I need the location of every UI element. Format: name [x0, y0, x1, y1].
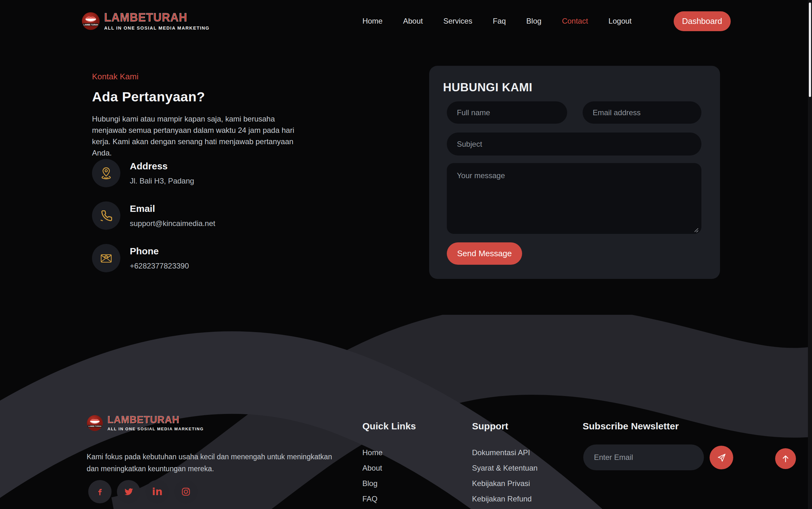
nav-item-faq[interactable]: Faq: [493, 17, 506, 26]
contact-info-phone: @ Phone +6282377823390: [92, 244, 189, 272]
dashboard-button[interactable]: Dashboard: [674, 11, 731, 31]
footer-link-kebijakan-refund[interactable]: Kebijakan Refund: [472, 495, 532, 503]
section-description: Hubungi kami atau mampir kapan saja, kam…: [92, 113, 309, 159]
footer-link-about[interactable]: About: [362, 464, 382, 473]
footer-link-faq[interactable]: FAQ: [362, 495, 377, 503]
brand-tagline: ALL IN ONE SOSIAL MEDIA MARKETING: [107, 427, 204, 431]
newsletter-email-input[interactable]: [583, 444, 704, 470]
phone-handset-icon: [92, 201, 120, 230]
instagram-icon[interactable]: [174, 480, 197, 503]
contact-info-label: Address: [130, 161, 194, 172]
newsletter-submit-button[interactable]: [710, 446, 733, 469]
contact-info-value: +6282377823390: [130, 262, 189, 270]
brand-wordmark: LAMBETURAH: [107, 415, 204, 425]
envelope-at-icon: @: [92, 244, 120, 272]
nav-item-home[interactable]: Home: [362, 17, 382, 26]
support-title: Support: [472, 421, 508, 432]
send-message-button[interactable]: Send Message: [447, 242, 522, 265]
linkedin-icon[interactable]: in: [146, 480, 169, 503]
footer-brand-logo[interactable]: LAMBE TURAH LAMBETURAH ALL IN ONE SOSIAL…: [87, 415, 204, 431]
contact-info-email: Email support@kincaimedia.net: [92, 201, 215, 230]
lips-logo-icon: LAMBE TURAH: [87, 415, 103, 431]
contact-info-label: Phone: [130, 246, 189, 257]
brand-wordmark: LAMBETURAH: [104, 12, 210, 23]
svg-text:LAMBE TURAH: LAMBE TURAH: [88, 425, 101, 427]
newsletter-title: Subscribe Newsletter: [583, 421, 679, 432]
footer-link-home[interactable]: Home: [362, 448, 382, 457]
navbar: LAMBE TURAH LAMBETURAH ALL IN ONE SOSIAL…: [0, 0, 812, 42]
nav-item-contact[interactable]: Contact: [562, 17, 588, 26]
footer-link-kebijakan-privasi[interactable]: Kebijakan Privasi: [472, 479, 530, 488]
full-name-input[interactable]: [447, 101, 567, 124]
nav-item-logout[interactable]: Logout: [608, 17, 631, 26]
footer-description: Kami fokus pada kebutuhan usaha kecil da…: [87, 451, 339, 475]
facebook-icon[interactable]: [88, 480, 112, 503]
nav-item-about[interactable]: About: [403, 17, 423, 26]
social-links: in: [88, 480, 197, 503]
subject-input[interactable]: [447, 133, 701, 156]
contact-page: LAMBE TURAH LAMBETURAH ALL IN ONE SOSIAL…: [0, 0, 812, 509]
contact-info-address: Address Jl. Bali H3, Padang: [92, 159, 194, 187]
nav-item-services[interactable]: Services: [443, 17, 472, 26]
section-eyebrow: Kontak Kami: [92, 72, 138, 81]
twitter-icon[interactable]: [117, 480, 140, 503]
contact-info-value: support@kincaimedia.net: [130, 219, 215, 228]
email-input[interactable]: [583, 101, 701, 124]
quick-links-title: Quick Links: [362, 421, 416, 432]
lips-logo-icon: LAMBE TURAH: [82, 12, 100, 30]
contact-form-card: HUBUNGI KAMI Send Message: [429, 66, 720, 279]
footer-link-dokumentasi-api[interactable]: Dokumentasi API: [472, 448, 530, 457]
map-pin-icon: [92, 159, 120, 187]
contact-info-value: Jl. Bali H3, Padang: [130, 177, 194, 185]
form-title: HUBUNGI KAMI: [443, 81, 532, 94]
nav-links: Home About Services Faq Blog Contact Log…: [362, 11, 730, 31]
svg-text:LAMBE TURAH: LAMBE TURAH: [84, 24, 98, 26]
paper-plane-icon: [716, 452, 727, 463]
message-textarea[interactable]: [447, 163, 701, 234]
page-title: Ada Pertanyaan?: [92, 89, 205, 104]
nav-item-blog[interactable]: Blog: [526, 17, 541, 26]
brand-logo[interactable]: LAMBE TURAH LAMBETURAH ALL IN ONE SOSIAL…: [82, 12, 210, 31]
scroll-to-top-button[interactable]: [775, 448, 796, 469]
footer-link-blog[interactable]: Blog: [362, 479, 377, 488]
arrow-up-icon: [781, 454, 790, 463]
contact-info-label: Email: [130, 203, 215, 214]
svg-text:@: @: [104, 256, 107, 259]
scrollbar-thumb[interactable]: [809, 2, 811, 97]
footer-link-syarat-ketentuan[interactable]: Syarat & Ketentuan: [472, 464, 537, 473]
brand-tagline: ALL IN ONE SOSIAL MEDIA MARKETING: [104, 26, 210, 31]
